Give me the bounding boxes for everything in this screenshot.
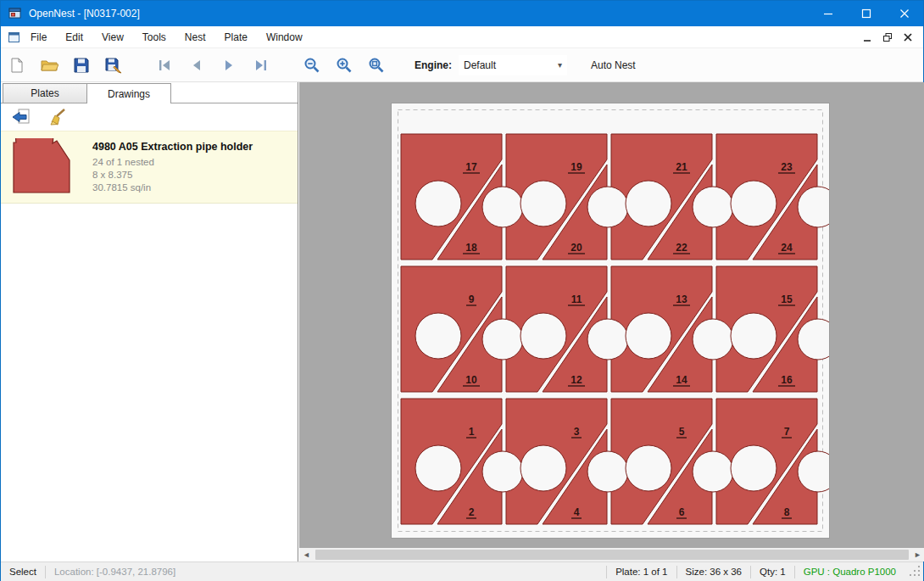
part-notch-hole xyxy=(520,313,566,359)
part-number-label: 12 xyxy=(571,374,582,386)
tab-plates[interactable]: Plates xyxy=(3,83,87,103)
part-number-label: 5 xyxy=(679,426,685,438)
open-folder-icon xyxy=(40,57,58,74)
part-number-label: 8 xyxy=(784,506,790,518)
menu-edit[interactable]: Edit xyxy=(56,27,92,47)
part-notch-hole xyxy=(482,319,523,360)
part-notch-hole xyxy=(731,181,776,226)
engine-value: Default xyxy=(464,59,496,71)
zoom-fit-icon xyxy=(368,57,385,74)
save-button[interactable] xyxy=(69,53,94,78)
part-number-label: 17 xyxy=(465,161,477,173)
save-edit-icon xyxy=(104,57,123,74)
part-notch-hole xyxy=(731,445,776,491)
part-number-label: 24 xyxy=(781,242,793,254)
drawing-list-item[interactable]: 4980 A05 Extraction pipe holder 24 of 1 … xyxy=(1,131,298,204)
scrollbar-thumb[interactable] xyxy=(315,550,909,560)
close-icon xyxy=(899,8,910,19)
menu-plate[interactable]: Plate xyxy=(215,27,257,47)
part-notch-hole xyxy=(587,319,628,360)
first-plate-button[interactable] xyxy=(152,53,177,78)
zoom-in-icon xyxy=(336,57,353,74)
nest-plate-svg: 171819202122232491011121314151612345678 xyxy=(392,103,829,538)
drawing-area: 30.7815 sq/in xyxy=(92,182,253,194)
menu-view[interactable]: View xyxy=(92,27,133,47)
previous-plate-button[interactable] xyxy=(184,53,209,78)
nest-canvas[interactable]: 171819202122232491011121314151612345678 xyxy=(299,82,924,548)
plate: 171819202122232491011121314151612345678 xyxy=(391,103,830,539)
part-notch-hole xyxy=(587,187,628,227)
mdi-minimize-button[interactable] xyxy=(857,28,877,47)
part-number-label: 2 xyxy=(469,506,475,518)
part-number-label: 20 xyxy=(571,242,582,254)
open-button[interactable] xyxy=(36,53,62,78)
tab-drawings[interactable]: Drawings xyxy=(86,83,171,103)
mdi-close-button[interactable] xyxy=(898,28,918,47)
part-number-label: 15 xyxy=(781,293,793,305)
drawing-info: 4980 A05 Extraction pipe holder 24 of 1 … xyxy=(92,141,253,194)
reload-drawing-button[interactable] xyxy=(9,106,33,128)
clean-button[interactable] xyxy=(45,106,69,128)
menu-nest[interactable]: Nest xyxy=(175,27,215,47)
status-mode: Select xyxy=(1,567,45,577)
part-notch-hole xyxy=(520,181,566,226)
part-number-label: 3 xyxy=(574,426,580,438)
drawing-nested-count: 24 of 1 nested xyxy=(92,156,253,169)
previous-arrow-icon xyxy=(188,58,205,73)
part-number-label: 16 xyxy=(781,374,793,386)
save-as-button[interactable] xyxy=(101,53,126,78)
maximize-button[interactable] xyxy=(847,1,885,26)
part-number-label: 6 xyxy=(679,506,685,518)
part-notch-hole xyxy=(626,445,671,491)
part-notch-hole xyxy=(626,313,671,359)
status-gpu: GPU : Quadro P1000 xyxy=(795,567,905,577)
part-notch-hole xyxy=(520,445,566,491)
part-number-label: 4 xyxy=(574,506,580,518)
title-bar: OpenNest - [N0317-002] xyxy=(1,1,923,26)
part-number-label: 22 xyxy=(676,242,687,254)
part-thumbnail xyxy=(11,138,72,196)
mdi-restore-icon xyxy=(882,31,893,43)
maximize-icon xyxy=(861,8,871,19)
minimize-button[interactable] xyxy=(809,1,847,26)
auto-nest-button[interactable]: Auto Nest xyxy=(591,59,636,71)
part-notch-hole xyxy=(587,451,628,492)
new-button[interactable] xyxy=(4,53,30,78)
scroll-left-icon[interactable]: ◄ xyxy=(299,550,314,559)
part-notch-hole xyxy=(693,187,733,227)
next-arrow-icon xyxy=(220,58,237,73)
zoom-out-button[interactable] xyxy=(299,53,325,78)
minimize-icon xyxy=(823,8,833,19)
last-plate-button[interactable] xyxy=(248,53,274,78)
part-notch-hole xyxy=(693,451,733,492)
mdi-document-icon xyxy=(8,31,21,44)
menu-bar: File Edit View Tools Nest Plate Window xyxy=(1,26,923,48)
part-notch-hole xyxy=(482,451,523,492)
zoom-fit-button[interactable] xyxy=(364,53,389,78)
drawings-toolbar xyxy=(1,103,298,131)
status-bar: Select Location: [-0.9437, 21.8796] Plat… xyxy=(1,561,923,581)
zoom-out-icon xyxy=(303,57,320,74)
part-notch-hole xyxy=(731,313,776,359)
blue-arrow-page-icon xyxy=(10,108,32,126)
horizontal-scrollbar[interactable]: ◄ ► xyxy=(299,548,924,561)
close-button[interactable] xyxy=(885,1,923,26)
scroll-right-icon[interactable]: ► xyxy=(910,550,924,559)
resize-grip[interactable] xyxy=(910,566,921,578)
part-number-label: 19 xyxy=(571,161,582,173)
status-qty: Qty: 1 xyxy=(751,567,794,577)
part-number-label: 23 xyxy=(781,161,793,173)
zoom-in-button[interactable] xyxy=(331,53,357,78)
part-number-label: 21 xyxy=(676,161,687,173)
menu-file[interactable]: File xyxy=(21,27,56,47)
last-arrow-icon xyxy=(253,58,270,73)
part-notch-hole xyxy=(626,181,671,226)
part-notch-hole xyxy=(415,181,461,226)
next-plate-button[interactable] xyxy=(216,53,242,78)
menu-tools[interactable]: Tools xyxy=(133,27,175,47)
engine-select[interactable]: Default ▾ xyxy=(459,55,567,75)
menu-window[interactable]: Window xyxy=(257,27,312,47)
mdi-close-icon xyxy=(902,31,914,43)
part-number-label: 11 xyxy=(571,293,582,305)
mdi-restore-button[interactable] xyxy=(877,28,898,47)
